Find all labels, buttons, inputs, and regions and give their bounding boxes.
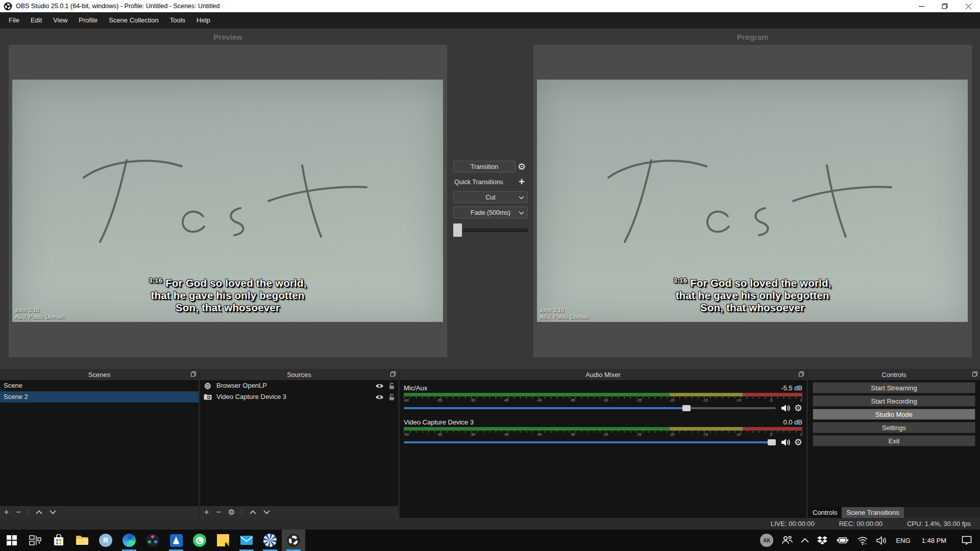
sources-header: Sources — [200, 369, 398, 380]
popout-icon[interactable] — [972, 371, 977, 377]
preview-pane: 3:16 For God so loved the world, that he… — [9, 45, 447, 357]
move-source-down-button[interactable] — [263, 510, 270, 514]
visibility-eye-icon[interactable] — [375, 394, 384, 400]
rec-time: REC: 00:00:00 — [839, 520, 883, 528]
scenes-list: Scene Scene 2 — [0, 380, 199, 506]
menubar: File Edit View Profile Scene Collection … — [0, 12, 980, 29]
clock[interactable]: 1:48 PM — [915, 537, 953, 544]
r-app-button[interactable]: R — [94, 530, 117, 551]
start-recording-button[interactable]: Start Recording — [813, 395, 975, 407]
fade-transition-button[interactable]: Fade (500ms) — [453, 207, 528, 218]
studio-mode-button[interactable]: Studio Mode — [813, 409, 975, 420]
dock-tabs: Controls Scene Transitions — [808, 507, 980, 518]
add-quick-transition-icon[interactable]: + — [516, 176, 528, 188]
account-avatar[interactable]: AK — [756, 534, 777, 547]
task-view-button[interactable] — [23, 530, 47, 551]
bottom-docks: Scenes Scene Scene 2 + − — [0, 369, 980, 518]
popout-icon[interactable] — [390, 371, 396, 377]
unlock-icon[interactable] — [389, 383, 395, 389]
tray-expand-button[interactable] — [797, 538, 813, 543]
action-center-button[interactable] — [953, 536, 980, 545]
controls-dock: Controls Start Streaming Start Recording… — [808, 369, 980, 518]
sticky-notes-button[interactable] — [211, 530, 235, 551]
scripture-caption: 3:16 For God so loved the world, that he… — [12, 274, 443, 314]
speaker-icon[interactable] — [781, 438, 791, 446]
language-indicator[interactable]: ENG — [892, 537, 914, 544]
camera-app-button[interactable] — [258, 530, 282, 551]
source-properties-gear-icon[interactable]: ⚙ — [228, 508, 235, 517]
obs-studio-button[interactable] — [282, 530, 305, 551]
channel-gear-icon[interactable]: ⚙ — [794, 404, 802, 413]
move-scene-up-button[interactable] — [36, 510, 42, 514]
start-button[interactable] — [0, 530, 23, 551]
volume-slider-handle[interactable] — [682, 405, 691, 411]
move-source-up-button[interactable] — [250, 510, 256, 514]
preview-video[interactable]: 3:16 For God so loved the world, that he… — [12, 80, 443, 322]
openlp-button[interactable] — [164, 530, 188, 551]
action-center-icon — [962, 536, 972, 545]
menu-tools[interactable]: Tools — [164, 12, 191, 29]
menu-help[interactable]: Help — [191, 12, 216, 29]
add-source-button[interactable]: + — [204, 507, 209, 517]
restore-icon — [942, 3, 948, 9]
unlock-icon[interactable] — [389, 394, 395, 400]
tab-controls[interactable]: Controls — [808, 507, 842, 518]
dropbox-tray-button[interactable] — [813, 536, 831, 545]
close-button[interactable] — [957, 0, 980, 12]
program-pane: 3:16 For God so loved the world, that he… — [533, 45, 972, 357]
exit-button[interactable]: Exit — [813, 435, 975, 446]
obs-logo-icon — [286, 533, 301, 547]
transition-properties-gear-icon[interactable]: ⚙ — [516, 162, 528, 172]
scene-item-selected[interactable]: Scene 2 — [0, 391, 199, 403]
remove-source-button[interactable]: − — [216, 507, 220, 517]
scene-item[interactable]: Scene — [0, 380, 199, 391]
cut-transition-button[interactable]: Cut — [453, 191, 528, 203]
mail-icon — [240, 535, 253, 545]
restore-button[interactable] — [933, 0, 957, 12]
transition-tbar-handle[interactable] — [453, 223, 462, 237]
wifi-tray-button[interactable] — [853, 536, 872, 545]
channel-name: Mic/Aux — [404, 384, 427, 392]
menu-edit[interactable]: Edit — [25, 12, 47, 29]
file-explorer-button[interactable] — [70, 530, 94, 551]
chevron-down-icon — [519, 211, 524, 215]
microsoft-store-button[interactable] — [47, 530, 70, 551]
people-button[interactable] — [777, 536, 797, 545]
source-item[interactable]: Browser OpenLP — [200, 380, 398, 391]
microsoft-store-icon — [53, 534, 65, 546]
visibility-eye-icon[interactable] — [375, 383, 384, 389]
add-scene-button[interactable]: + — [4, 507, 9, 517]
speaker-icon[interactable] — [781, 404, 791, 412]
volume-slider[interactable] — [404, 407, 776, 409]
start-streaming-button[interactable]: Start Streaming — [813, 382, 975, 393]
channel-gear-icon[interactable]: ⚙ — [794, 438, 802, 447]
sources-toolbar: + − ⚙ — [200, 506, 398, 518]
volume-slider-handle[interactable] — [768, 439, 776, 445]
edge-browser-button[interactable] — [117, 530, 141, 551]
menu-profile[interactable]: Profile — [73, 12, 103, 29]
menu-scene-collection[interactable]: Scene Collection — [103, 12, 164, 29]
tab-scene-transitions[interactable]: Scene Transitions — [842, 507, 903, 518]
menu-file[interactable]: File — [3, 12, 25, 29]
move-scene-down-button[interactable] — [50, 510, 56, 514]
remove-scene-button[interactable]: − — [16, 507, 20, 517]
cpu-fps: CPU: 1.4%, 30.00 fps — [907, 520, 971, 528]
sources-list: Browser OpenLP Video Capture Device 3 — [200, 380, 398, 506]
controls-header: Controls — [808, 369, 980, 380]
transition-button[interactable]: Transition — [453, 161, 516, 172]
settings-button[interactable]: Settings — [813, 422, 975, 433]
minimize-button[interactable] — [910, 0, 933, 12]
popout-icon[interactable] — [191, 371, 196, 377]
menu-view[interactable]: View — [47, 12, 73, 29]
mail-button[interactable] — [235, 530, 258, 551]
davinci-resolve-button[interactable] — [141, 530, 164, 551]
source-item[interactable]: Video Capture Device 3 — [200, 391, 398, 403]
battery-tray-button[interactable] — [831, 536, 853, 544]
volume-tray-button[interactable] — [872, 536, 892, 545]
transition-tbar-track[interactable] — [463, 229, 528, 232]
popout-icon[interactable] — [799, 371, 804, 377]
chevron-down-icon — [519, 196, 524, 199]
whatsapp-button[interactable] — [188, 530, 211, 551]
sources-dock: Sources Browser OpenLP — [200, 369, 398, 518]
volume-slider[interactable] — [404, 441, 776, 443]
